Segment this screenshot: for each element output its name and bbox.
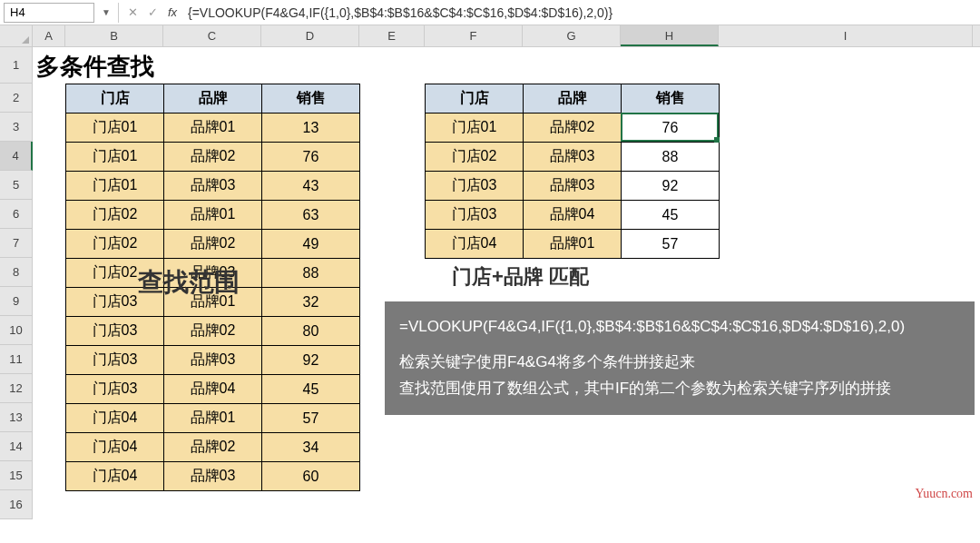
table-cell[interactable]: 45 [622,201,720,230]
table-cell[interactable]: 品牌03 [164,462,262,491]
table-cell[interactable]: 品牌01 [164,114,262,143]
info-box: =VLOOKUP(F4&G4,IF({1,0},$B$4:$B$16&$C$4:… [385,301,975,415]
table-cell[interactable]: 门店01 [426,114,524,143]
col-header-D[interactable]: D [261,25,359,46]
table-cell[interactable]: 品牌04 [524,201,622,230]
table-row: 门店04品牌0234 [66,433,360,462]
table-cell[interactable]: 88 [622,143,720,172]
table-cell[interactable]: 门店03 [66,346,164,375]
table-cell[interactable]: 92 [622,172,720,201]
row-header-9[interactable]: 9 [0,287,33,316]
row-header-14[interactable]: 14 [0,432,33,461]
confirm-icon[interactable]: ✓ [142,5,162,19]
col-header-I[interactable]: I [719,25,973,46]
col-header-A[interactable]: A [33,25,65,46]
table-cell[interactable]: 32 [262,288,360,317]
table-header: 品牌 [524,84,622,114]
table-cell[interactable]: 43 [262,172,360,201]
col-header-H[interactable]: H [621,25,719,46]
table-cell[interactable]: 品牌03 [164,346,262,375]
fx-icon[interactable]: fx [162,5,182,19]
table-row: 门店02品牌0388 [426,143,720,172]
table-cell[interactable]: 门店04 [426,230,524,259]
name-box-dropdown-icon[interactable]: ▼ [98,7,114,17]
col-header-G[interactable]: G [523,25,621,46]
table-cell[interactable]: 品牌01 [164,201,262,230]
spreadsheet-grid: ABCDEFGHI 12345678910111213141516 多条件查找 … [0,25,980,519]
table-cell[interactable]: 门店03 [66,317,164,346]
table-cell[interactable]: 80 [262,317,360,346]
table-cell[interactable]: 88 [262,259,360,288]
table-cell[interactable]: 品牌02 [164,317,262,346]
row-header-7[interactable]: 7 [0,229,33,258]
table-cell[interactable]: 门店02 [66,230,164,259]
row-header-2[interactable]: 2 [0,84,33,113]
table-cell[interactable]: 57 [622,230,720,259]
table-cell[interactable]: 76 [262,143,360,172]
table-cell[interactable]: 门店04 [66,404,164,433]
row-header-11[interactable]: 11 [0,345,33,374]
table-cell[interactable]: 品牌02 [164,433,262,462]
table-cell[interactable]: 品牌01 [164,404,262,433]
table-cell[interactable]: 品牌04 [164,375,262,404]
table-cell[interactable]: 品牌03 [524,143,622,172]
col-header-F[interactable]: F [425,25,523,46]
table-cell[interactable]: 门店01 [66,143,164,172]
table-cell[interactable]: 品牌02 [524,114,622,143]
right-table: 门店品牌销售门店01品牌0276门店02品牌0388门店03品牌0392门店03… [425,84,720,259]
table-cell[interactable]: 门店02 [426,143,524,172]
row-header-16[interactable]: 16 [0,490,33,519]
table-cell[interactable]: 门店03 [426,172,524,201]
row-header-3[interactable]: 3 [0,113,33,142]
table-cell[interactable]: 门店02 [66,201,164,230]
table-cell[interactable]: 门店04 [66,433,164,462]
table-cell[interactable]: 门店01 [66,172,164,201]
row-header-1[interactable]: 1 [0,47,33,84]
table-cell[interactable]: 门店03 [66,375,164,404]
col-header-B[interactable]: B [65,25,163,46]
table-cell[interactable]: 门店03 [426,201,524,230]
table-cell[interactable]: 76 [622,114,720,143]
table-cell[interactable]: 品牌02 [164,143,262,172]
info-line-2: 检索关键字使用F4&G4将多个条件拼接起来 [399,350,960,376]
table-row: 门店01品牌0276 [426,114,720,143]
sheet-body[interactable]: 多条件查找 门店品牌销售门店01品牌0113门店01品牌0276门店01品牌03… [33,47,980,519]
formula-input[interactable]: {=VLOOKUP(F4&G4,IF({1,0},$B$4:$B$16&$C$4… [182,3,980,23]
table-cell[interactable]: 45 [262,375,360,404]
table-cell[interactable]: 92 [262,346,360,375]
watermark: Yuucn.com [916,487,973,501]
column-headers: ABCDEFGHI [0,25,980,47]
table-cell[interactable]: 60 [262,462,360,491]
row-header-15[interactable]: 15 [0,461,33,490]
table-row: 门店03品牌0280 [66,317,360,346]
name-box-value: H4 [10,5,25,19]
table-cell[interactable]: 品牌03 [524,172,622,201]
divider [118,3,119,23]
match-label: 门店+品牌 匹配 [452,263,589,291]
row-header-12[interactable]: 12 [0,374,33,403]
select-all-corner[interactable] [0,25,33,46]
table-cell[interactable]: 63 [262,201,360,230]
cancel-icon[interactable]: ✕ [122,5,142,19]
table-cell[interactable]: 34 [262,433,360,462]
col-header-C[interactable]: C [163,25,261,46]
col-header-E[interactable]: E [359,25,425,46]
table-cell[interactable]: 57 [262,404,360,433]
table-cell[interactable]: 品牌01 [524,230,622,259]
row-header-10[interactable]: 10 [0,316,33,345]
table-cell[interactable]: 49 [262,230,360,259]
row-header-5[interactable]: 5 [0,171,33,200]
table-cell[interactable]: 品牌02 [164,230,262,259]
table-cell[interactable]: 门店01 [66,114,164,143]
row-headers: 12345678910111213141516 [0,47,33,519]
row-header-8[interactable]: 8 [0,258,33,287]
row-header-6[interactable]: 6 [0,200,33,229]
table-cell[interactable]: 13 [262,114,360,143]
row-header-4[interactable]: 4 [0,142,33,171]
row-header-13[interactable]: 13 [0,403,33,432]
table-header: 门店 [426,84,524,114]
formula-bar: H4 ▼ ✕ ✓ fx {=VLOOKUP(F4&G4,IF({1,0},$B$… [0,0,980,25]
table-cell[interactable]: 品牌03 [164,172,262,201]
table-cell[interactable]: 门店04 [66,462,164,491]
name-box[interactable]: H4 [4,3,94,23]
